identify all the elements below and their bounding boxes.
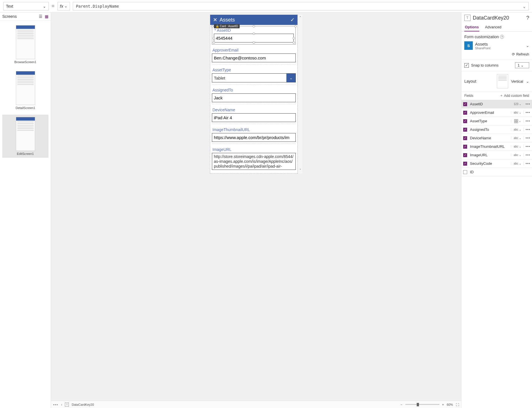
field-row[interactable]: ID: [461, 168, 532, 176]
field-row[interactable]: ✓ImageURLabc ⌄•••: [461, 151, 532, 159]
field-checkbox[interactable]: [461, 170, 469, 174]
more-icon[interactable]: •••: [53, 403, 58, 406]
screens-pane-header: Screens ☰ ▦: [0, 12, 51, 21]
card-label: ImageThumbnailURL: [212, 127, 296, 132]
field-more-button[interactable]: •••: [524, 153, 532, 157]
field-checkbox[interactable]: ✓: [461, 102, 469, 106]
chevron-down-icon[interactable]: ⌄: [286, 74, 295, 82]
card-imgurl[interactable]: ImageURL http://store.storeimages.cdn-ap…: [212, 146, 296, 172]
field-type-selector[interactable]: abc ⌄: [511, 136, 524, 140]
field-name: SecurityCode: [469, 161, 511, 166]
field-row[interactable]: ✓AssignedToabc ⌄•••: [461, 125, 532, 134]
field-checkbox[interactable]: ✓: [461, 162, 469, 166]
field-type-selector[interactable]: 123 ⌄: [511, 102, 524, 106]
datasource-row[interactable]: S Assets SharePoint ⌄: [464, 41, 529, 50]
close-icon[interactable]: ✕: [213, 17, 217, 23]
add-custom-field-button[interactable]: ＋ Add custom field: [500, 93, 529, 98]
field-row[interactable]: ✓ImageThumbnailURLabc ⌄•••: [461, 142, 532, 151]
field-name: ID: [469, 170, 532, 174]
field-row[interactable]: ✓AssetType ⌄•••: [461, 117, 532, 125]
plus-icon: ＋: [500, 93, 503, 98]
imgthumb-input[interactable]: [212, 133, 296, 142]
card-imgthumb[interactable]: ImageThumbnailURL: [212, 126, 296, 144]
field-type-selector[interactable]: abc ⌄: [511, 128, 524, 131]
snap-checkbox[interactable]: ✓: [464, 63, 469, 68]
layout-thumb-icon: [497, 74, 508, 88]
field-row[interactable]: ✓SecurityCodeabc ⌄•••: [461, 159, 532, 168]
field-type-selector[interactable]: ⌄: [511, 119, 524, 123]
approveremail-input[interactable]: [212, 54, 296, 62]
field-more-button[interactable]: •••: [524, 127, 532, 132]
help-icon[interactable]: ?: [500, 35, 504, 39]
chevron-down-icon: ⌄: [519, 153, 521, 157]
field-row[interactable]: ✓AssetID123 ⌄•••: [461, 100, 532, 108]
field-checkbox[interactable]: ✓: [461, 145, 469, 149]
field-more-button[interactable]: •••: [524, 110, 532, 115]
grid-view-icon[interactable]: ▦: [45, 14, 48, 19]
screen-thumb-edit[interactable]: EditScreen1: [2, 115, 48, 158]
svg-rect-3: [516, 121, 518, 123]
tab-advanced[interactable]: Advanced: [484, 23, 502, 31]
field-more-button[interactable]: •••: [524, 161, 532, 166]
field-row[interactable]: ✓ApproverEmailabc ⌄•••: [461, 108, 532, 117]
zoom-in-button[interactable]: +: [442, 403, 444, 406]
refresh-label[interactable]: Refresh: [516, 52, 529, 56]
card-assetid[interactable]: 🔒 Card : AssetID * AssetID: [212, 26, 296, 44]
field-row[interactable]: ✓DeviceNameabc ⌄•••: [461, 134, 532, 142]
field-type-selector[interactable]: abc ⌄: [511, 162, 524, 165]
card-approveremail[interactable]: ApproverEmail: [212, 47, 296, 64]
screens-pane: Screens ☰ ▦ BrowseScreen1 DetailScreen1 …: [0, 12, 51, 408]
fit-screen-icon[interactable]: ⛶: [456, 403, 459, 406]
text-control-icon: T: [65, 403, 69, 407]
chevron-down-icon[interactable]: ⌄: [526, 44, 529, 48]
field-type-selector[interactable]: abc ⌄: [511, 153, 524, 157]
card-assettype[interactable]: AssetType Tablet ⌄: [212, 67, 296, 84]
breadcrumb-element[interactable]: DataCardKey20: [72, 403, 94, 406]
field-type-selector[interactable]: abc ⌄: [511, 145, 524, 148]
field-more-button[interactable]: •••: [524, 136, 532, 140]
field-more-button[interactable]: •••: [524, 144, 532, 149]
field-more-button[interactable]: •••: [524, 102, 532, 106]
canvas-scrollbar[interactable]: ˄ ˅: [298, 15, 302, 174]
canvas-viewport[interactable]: ✕ Assets ✓ 🔒 Card : AssetID: [51, 12, 461, 401]
fx-button[interactable]: fx ⌄: [58, 2, 70, 10]
field-checkbox[interactable]: ✓: [461, 153, 469, 157]
field-checkbox[interactable]: ✓: [461, 119, 469, 123]
fx-label: fx: [60, 4, 63, 8]
assignedto-input[interactable]: [212, 93, 296, 102]
scroll-up-icon[interactable]: ˄: [298, 15, 302, 21]
imgurl-input[interactable]: http://store.storeimages.cdn-apple.com/8…: [212, 153, 296, 170]
accept-icon[interactable]: ✓: [290, 17, 295, 23]
form-customization-section: Form customization ? S Assets SharePoint…: [461, 32, 532, 59]
field-more-button[interactable]: •••: [524, 119, 532, 123]
card-assignedto[interactable]: AssignedTo: [212, 87, 296, 104]
chevron-down-icon: ⌄: [523, 4, 525, 8]
form-body: 🔒 Card : AssetID * AssetID: [210, 25, 297, 173]
devicename-input[interactable]: [212, 113, 296, 122]
zoom-value: 60%: [447, 403, 453, 406]
help-icon[interactable]: ?: [526, 15, 529, 21]
field-name: ApproverEmail: [469, 110, 511, 115]
card-label: * AssetID: [214, 28, 294, 33]
assettype-select[interactable]: Tablet ⌄: [212, 73, 296, 82]
list-view-icon[interactable]: ☰: [39, 14, 42, 19]
card-devicename[interactable]: DeviceName: [212, 106, 296, 124]
screen-thumb-detail[interactable]: DetailScreen1: [2, 69, 48, 112]
field-checkbox[interactable]: ✓: [461, 128, 469, 132]
scroll-down-icon[interactable]: ˅: [298, 167, 302, 174]
zoom-out-button[interactable]: −: [401, 403, 402, 406]
breadcrumb-nav-icon[interactable]: ›: [61, 403, 62, 406]
field-checkbox[interactable]: ✓: [461, 111, 469, 115]
chevron-down-icon[interactable]: ⌄: [526, 79, 529, 84]
tab-options[interactable]: Options: [464, 23, 479, 31]
field-type-selector[interactable]: abc ⌄: [511, 111, 524, 114]
screen-thumb-browse[interactable]: BrowseScreen1: [2, 23, 48, 66]
field-checkbox[interactable]: ✓: [461, 136, 469, 140]
formula-input[interactable]: Parent.DisplayName ⌄: [73, 2, 529, 10]
snap-columns-select[interactable]: 1 ⌄: [515, 62, 529, 68]
zoom-slider[interactable]: [405, 404, 439, 405]
refresh-icon[interactable]: ⟳: [512, 52, 515, 56]
property-dropdown[interactable]: Text ⌄: [3, 2, 49, 10]
chevron-down-icon: ⌄: [519, 111, 521, 114]
fields-header: Fields ＋ Add custom field: [461, 91, 532, 100]
